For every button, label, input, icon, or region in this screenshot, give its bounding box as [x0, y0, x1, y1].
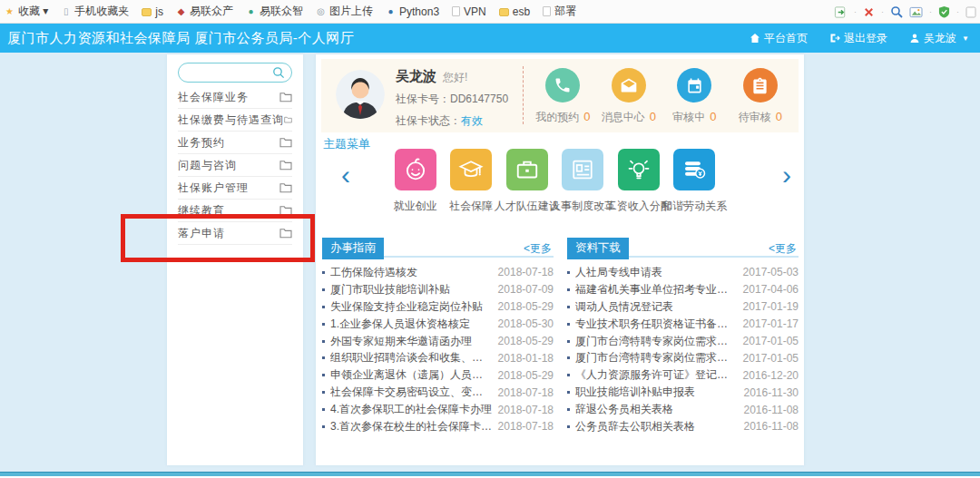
snapshot-icon[interactable]: [909, 6, 923, 18]
download-row[interactable]: 厦门市台湾特聘专家岗位需求信息表 2017-01-05: [567, 349, 799, 366]
bookmark-label: js: [155, 5, 163, 18]
sidebar-menu-item[interactable]: 问题与咨询: [178, 154, 292, 177]
download-row-text[interactable]: 《人力资源服务许可证》登记事项变更申...: [575, 367, 743, 383]
user-name-row: 吴龙波您好!: [396, 68, 508, 85]
download-row-text[interactable]: 人社局专线申请表: [575, 265, 743, 280]
partial-icon[interactable]: [965, 6, 976, 18]
guide-row-text[interactable]: 外国专家短期来华邀请函办理: [330, 334, 498, 349]
bullet-icon: [322, 425, 325, 428]
screen: 收藏 ▾ 手机收藏夹 js 易联众产: [0, 0, 980, 478]
search-icon[interactable]: [890, 5, 903, 18]
guide-row-text[interactable]: 厦门市职业技能培训补贴: [330, 282, 498, 298]
download-row[interactable]: 《人力资源服务许可证》登记事项变更申... 2016-12-20: [567, 366, 799, 384]
guide-row[interactable]: 工伤保险待遇核发 2018-07-18: [322, 264, 554, 281]
theme-tile-employment[interactable]: 就业创业: [387, 149, 444, 214]
guide-row-text[interactable]: 3.首次参保在校生的社会保障卡办理: [330, 419, 498, 434]
guide-row-text[interactable]: 工伤保险待遇核发: [330, 265, 498, 280]
sidebar-menu-item[interactable]: 业务预约: [178, 132, 292, 154]
shield-icon[interactable]: [938, 5, 950, 18]
download-row[interactable]: 辞退公务员相关表格 2016-11-08: [567, 401, 799, 418]
bookmark-item[interactable]: 图片上传: [316, 4, 373, 19]
download-row[interactable]: 人社局专线申请表 2017-05-03: [567, 264, 799, 281]
guide-row-text[interactable]: 1.企业参保人员退休资格核定: [330, 317, 498, 332]
search-icon[interactable]: [272, 66, 285, 83]
sidebar-menu-item[interactable]: 落户申请: [178, 222, 292, 245]
guide-row[interactable]: 申领企业离退休（遗属）人员死亡丧葬费 2018-05-29: [322, 366, 554, 384]
guide-row[interactable]: 厦门市职业技能培训补贴 2018-07-09: [322, 281, 554, 298]
sidebar-menu-item[interactable]: 继续教育: [178, 200, 292, 222]
download-row-text[interactable]: 公务员辞去公职相关表格: [575, 419, 744, 434]
bullet-icon: [322, 340, 325, 343]
guide-row-date: 2018-05-29: [498, 335, 554, 347]
stat-my-appointments[interactable]: 我的预约0: [530, 64, 596, 129]
guide-row[interactable]: 失业保险支持企业稳定岗位补贴 2018-05-29: [322, 298, 554, 316]
download-row-date: 2017-01-05: [743, 352, 799, 365]
download-row-text[interactable]: 厦门市台湾特聘专家岗位需求信息表: [575, 350, 743, 366]
guide-row-text[interactable]: 失业保险支持企业稳定岗位补贴: [330, 299, 498, 315]
bookmark-item[interactable]: js: [142, 5, 163, 18]
bookmark-item[interactable]: 易联众智: [246, 4, 303, 19]
briefcase-icon: [506, 149, 548, 190]
nav-home[interactable]: 平台首页: [750, 31, 808, 46]
nav-logout[interactable]: 退出登录: [829, 31, 887, 46]
guide-row-text[interactable]: 4.首次参保职工的社会保障卡办理: [330, 402, 498, 417]
guide-tab[interactable]: 办事指南: [322, 238, 384, 259]
guide-row[interactable]: 外国专家短期来华邀请函办理 2018-05-29: [322, 333, 554, 350]
carousel-left-arrow[interactable]: ‹: [341, 161, 350, 189]
guide-row-date: 2018-05-30: [498, 317, 554, 330]
guide-row[interactable]: 3.首次参保在校生的社会保障卡办理 2018-07-18: [322, 418, 554, 435]
stat-in-review[interactable]: 审核中0: [662, 64, 728, 129]
bookmark-item[interactable]: 部署: [543, 4, 576, 19]
download-row-text[interactable]: 职业技能培训补贴申报表: [575, 385, 744, 400]
guide-row[interactable]: 组织职业招聘洽谈会和收集、发布职业供... 2018-01-18: [322, 349, 554, 366]
download-row[interactable]: 调动人员情况登记表 2017-01-19: [567, 298, 799, 316]
nav-home-label: 平台首页: [764, 31, 808, 46]
guide-row[interactable]: 社会保障卡交易密码设立、变更办理 2018-07-18: [322, 384, 554, 401]
stat-message-center[interactable]: 消息中心0: [596, 64, 662, 129]
download-row-text[interactable]: 专业技术职务任职资格证书备案表: [575, 317, 743, 332]
guide-row[interactable]: 1.企业参保人员退休资格核定 2018-05-30: [322, 316, 554, 333]
theme-menu-title: 主题菜单: [323, 136, 370, 152]
stat-pending-review[interactable]: 待审核0: [728, 64, 794, 129]
close-icon[interactable]: [863, 6, 875, 18]
download-row-date: 2017-04-06: [743, 283, 799, 296]
download-row[interactable]: 公务员辞去公职相关表格 2016-11-08: [567, 418, 799, 435]
download-row-text[interactable]: 调动人员情况登记表: [575, 299, 743, 315]
download-row-date: 2017-01-17: [743, 317, 799, 330]
download-row-text[interactable]: 辞退公务员相关表格: [575, 402, 744, 417]
guide-row-text[interactable]: 社会保障卡交易密码设立、变更办理: [330, 385, 498, 400]
bookmark-item[interactable]: VPN: [452, 5, 486, 18]
guide-row-text[interactable]: 组织职业招聘洽谈会和收集、发布职业供...: [330, 350, 498, 366]
sidebar-menu-item[interactable]: 社保账户管理: [178, 177, 292, 200]
carousel-right-arrow[interactable]: ›: [782, 161, 791, 189]
theme-tile-social-security[interactable]: 社会保障: [444, 149, 500, 214]
download-row[interactable]: 厦门市台湾特聘专家岗位需求汇总表 2017-01-05: [567, 333, 799, 350]
guide-more-link[interactable]: <更多: [524, 241, 552, 257]
bookmark-item[interactable]: 收藏 ▾: [5, 4, 48, 19]
download-row[interactable]: 专业技术职务任职资格证书备案表 2017-01-17: [567, 316, 799, 333]
folder-icon: [279, 160, 292, 171]
theme-tile-personnel-reform[interactable]: 人事制度改革: [555, 149, 612, 214]
theme-tile-labor-relations[interactable]: 和谐劳动关系: [667, 149, 723, 214]
download-row-text[interactable]: 福建省机关事业单位招考专业指导目录（...: [575, 282, 743, 298]
sidebar-menu-item[interactable]: 社会保障业务: [178, 86, 292, 109]
bookmark-item[interactable]: 手机收藏夹: [61, 4, 129, 19]
nav-user-menu[interactable]: 吴龙波 ▼: [909, 31, 969, 46]
sidebar-menu-item[interactable]: 社保缴费与待遇查询: [178, 109, 292, 132]
download-row-text[interactable]: 厦门市台湾特聘专家岗位需求汇总表: [575, 334, 743, 349]
download-row[interactable]: 职业技能培训补贴申报表 2016-11-30: [567, 384, 799, 401]
download-more-link[interactable]: <更多: [769, 241, 797, 257]
card-number-value: DD6147750: [450, 93, 508, 105]
download-tab[interactable]: 资料下载: [567, 238, 629, 259]
theme-tile-talent-team[interactable]: 人才队伍建设: [499, 149, 555, 214]
download-row[interactable]: 福建省机关事业单位招考专业指导目录（... 2017-04-06: [567, 281, 799, 298]
download-row-date: 2017-01-05: [743, 335, 799, 347]
folder-icon: [279, 205, 292, 216]
bookmark-item[interactable]: Python3: [386, 5, 439, 18]
theme-tile-wage-distribution[interactable]: 工资收入分配: [611, 149, 667, 214]
bookmark-item[interactable]: esb: [499, 5, 530, 18]
bookmark-item[interactable]: 易联众产: [176, 4, 233, 19]
guide-row-text[interactable]: 申领企业离退休（遗属）人员死亡丧葬费: [330, 367, 498, 383]
guide-row[interactable]: 4.首次参保职工的社会保障卡办理 2018-07-18: [322, 401, 554, 418]
export-icon[interactable]: [834, 5, 848, 19]
